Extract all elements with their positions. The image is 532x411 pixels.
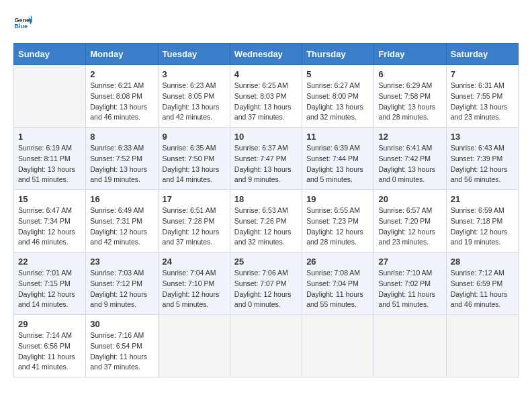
day-number: 24 bbox=[163, 257, 226, 267]
day-info: Sunrise: 7:08 AMSunset: 7:04 PMDaylight:… bbox=[306, 268, 369, 310]
day-info: Sunrise: 6:23 AMSunset: 8:05 PMDaylight:… bbox=[163, 81, 226, 123]
calendar-cell-w3-d2: 24Sunrise: 7:04 AMSunset: 7:10 PMDayligh… bbox=[158, 253, 230, 315]
day-number: 8 bbox=[90, 132, 153, 142]
day-number: 2 bbox=[90, 69, 153, 79]
day-info: Sunrise: 6:41 AMSunset: 7:42 PMDaylight:… bbox=[378, 143, 441, 185]
day-info: Sunrise: 6:53 AMSunset: 7:26 PMDaylight:… bbox=[234, 205, 298, 248]
day-number: 4 bbox=[234, 69, 298, 79]
day-info: Sunrise: 7:06 AMSunset: 7:07 PMDaylight:… bbox=[234, 268, 298, 310]
day-number: 22 bbox=[18, 257, 81, 267]
calendar-cell-w0-d5: 6Sunrise: 6:29 AMSunset: 7:58 PMDaylight… bbox=[374, 65, 446, 128]
day-number: 20 bbox=[378, 194, 441, 204]
day-info: Sunrise: 7:04 AMSunset: 7:10 PMDaylight:… bbox=[163, 268, 226, 310]
day-info: Sunrise: 6:39 AMSunset: 7:44 PMDaylight:… bbox=[306, 143, 369, 185]
day-number: 13 bbox=[451, 132, 514, 142]
day-number: 23 bbox=[90, 257, 153, 267]
day-info: Sunrise: 6:31 AMSunset: 7:55 PMDaylight:… bbox=[451, 81, 514, 123]
day-number: 1 bbox=[18, 132, 81, 142]
day-info: Sunrise: 7:10 AMSunset: 7:02 PMDaylight:… bbox=[378, 268, 441, 310]
logo-icon: General Blue bbox=[13, 13, 32, 32]
day-info: Sunrise: 6:33 AMSunset: 7:52 PMDaylight:… bbox=[90, 143, 153, 185]
day-number: 30 bbox=[90, 319, 153, 329]
day-info: Sunrise: 7:03 AMSunset: 7:12 PMDaylight:… bbox=[90, 268, 153, 310]
calendar-week-2: 15Sunrise: 6:47 AMSunset: 7:34 PMDayligh… bbox=[14, 190, 519, 253]
day-number: 9 bbox=[163, 132, 226, 142]
calendar-cell-w3-d5: 27Sunrise: 7:10 AMSunset: 7:02 PMDayligh… bbox=[374, 253, 446, 315]
calendar-cell-w1-d1: 8Sunrise: 6:33 AMSunset: 7:52 PMDaylight… bbox=[86, 128, 158, 190]
day-number: 25 bbox=[234, 257, 298, 267]
day-number: 5 bbox=[306, 69, 369, 79]
svg-text:Blue: Blue bbox=[14, 23, 28, 30]
day-number: 11 bbox=[306, 132, 369, 142]
day-info: Sunrise: 6:49 AMSunset: 7:31 PMDaylight:… bbox=[90, 205, 153, 248]
day-info: Sunrise: 7:01 AMSunset: 7:15 PMDaylight:… bbox=[18, 268, 81, 310]
calendar-week-0: 2Sunrise: 6:21 AMSunset: 8:08 PMDaylight… bbox=[14, 65, 519, 128]
calendar-week-1: 1Sunrise: 6:19 AMSunset: 8:11 PMDaylight… bbox=[14, 128, 519, 190]
calendar-cell-w3-d6: 28Sunrise: 7:12 AMSunset: 6:59 PMDayligh… bbox=[446, 253, 518, 315]
calendar-cell-w3-d4: 26Sunrise: 7:08 AMSunset: 7:04 PMDayligh… bbox=[302, 253, 374, 315]
day-number: 17 bbox=[163, 194, 226, 204]
calendar-cell-w0-d0 bbox=[14, 65, 86, 128]
calendar-cell-w4-d2 bbox=[158, 315, 230, 377]
calendar-cell-w2-d2: 17Sunrise: 6:51 AMSunset: 7:28 PMDayligh… bbox=[158, 190, 230, 253]
calendar-cell-w3-d0: 22Sunrise: 7:01 AMSunset: 7:15 PMDayligh… bbox=[14, 253, 86, 315]
calendar-cell-w1-d6: 13Sunrise: 6:43 AMSunset: 7:39 PMDayligh… bbox=[446, 128, 518, 190]
day-number: 27 bbox=[378, 257, 441, 267]
day-number: 19 bbox=[306, 194, 369, 204]
calendar-cell-w0-d3: 4Sunrise: 6:25 AMSunset: 8:03 PMDaylight… bbox=[230, 65, 302, 128]
header-monday: Monday bbox=[86, 44, 158, 65]
calendar-cell-w3-d1: 23Sunrise: 7:03 AMSunset: 7:12 PMDayligh… bbox=[86, 253, 158, 315]
calendar-cell-w1-d3: 10Sunrise: 6:37 AMSunset: 7:47 PMDayligh… bbox=[230, 128, 302, 190]
calendar-cell-w4-d3 bbox=[230, 315, 302, 377]
calendar-week-3: 22Sunrise: 7:01 AMSunset: 7:15 PMDayligh… bbox=[14, 253, 519, 315]
calendar-cell-w4-d0: 29Sunrise: 7:14 AMSunset: 6:56 PMDayligh… bbox=[14, 315, 86, 377]
calendar-cell-w4-d5 bbox=[374, 315, 446, 377]
header-friday: Friday bbox=[374, 44, 446, 65]
day-info: Sunrise: 6:29 AMSunset: 7:58 PMDaylight:… bbox=[378, 81, 441, 123]
day-info: Sunrise: 6:25 AMSunset: 8:03 PMDaylight:… bbox=[234, 81, 298, 123]
calendar-week-4: 29Sunrise: 7:14 AMSunset: 6:56 PMDayligh… bbox=[14, 315, 519, 377]
calendar-cell-w2-d4: 19Sunrise: 6:55 AMSunset: 7:23 PMDayligh… bbox=[302, 190, 374, 253]
day-number: 12 bbox=[378, 132, 441, 142]
day-info: Sunrise: 6:51 AMSunset: 7:28 PMDaylight:… bbox=[163, 205, 226, 248]
calendar-cell-w0-d1: 2Sunrise: 6:21 AMSunset: 8:08 PMDaylight… bbox=[86, 65, 158, 128]
day-info: Sunrise: 6:35 AMSunset: 7:50 PMDaylight:… bbox=[163, 143, 226, 185]
day-number: 15 bbox=[18, 194, 81, 204]
day-number: 29 bbox=[18, 319, 81, 329]
day-info: Sunrise: 6:57 AMSunset: 7:20 PMDaylight:… bbox=[378, 205, 441, 248]
calendar-cell-w0-d6: 7Sunrise: 6:31 AMSunset: 7:55 PMDaylight… bbox=[446, 65, 518, 128]
day-info: Sunrise: 6:19 AMSunset: 8:11 PMDaylight:… bbox=[18, 143, 81, 185]
day-info: Sunrise: 6:47 AMSunset: 7:34 PMDaylight:… bbox=[18, 205, 81, 248]
day-number: 21 bbox=[451, 194, 514, 204]
header-row: SundayMondayTuesdayWednesdayThursdayFrid… bbox=[14, 44, 519, 65]
calendar-cell-w3-d3: 25Sunrise: 7:06 AMSunset: 7:07 PMDayligh… bbox=[230, 253, 302, 315]
calendar-cell-w4-d4 bbox=[302, 315, 374, 377]
day-number: 16 bbox=[90, 194, 153, 204]
calendar-cell-w1-d2: 9Sunrise: 6:35 AMSunset: 7:50 PMDaylight… bbox=[158, 128, 230, 190]
calendar-table: SundayMondayTuesdayWednesdayThursdayFrid… bbox=[13, 43, 519, 377]
day-number: 3 bbox=[163, 69, 226, 79]
day-info: Sunrise: 6:37 AMSunset: 7:47 PMDaylight:… bbox=[234, 143, 298, 185]
logo: General Blue bbox=[13, 13, 35, 32]
day-info: Sunrise: 7:16 AMSunset: 6:54 PMDaylight:… bbox=[90, 330, 153, 373]
header-saturday: Saturday bbox=[446, 44, 518, 65]
day-info: Sunrise: 6:55 AMSunset: 7:23 PMDaylight:… bbox=[306, 205, 369, 248]
calendar-cell-w2-d1: 16Sunrise: 6:49 AMSunset: 7:31 PMDayligh… bbox=[86, 190, 158, 253]
calendar-cell-w2-d5: 20Sunrise: 6:57 AMSunset: 7:20 PMDayligh… bbox=[374, 190, 446, 253]
calendar-cell-w0-d4: 5Sunrise: 6:27 AMSunset: 8:00 PMDaylight… bbox=[302, 65, 374, 128]
day-number: 6 bbox=[378, 69, 441, 79]
calendar-cell-w2-d0: 15Sunrise: 6:47 AMSunset: 7:34 PMDayligh… bbox=[14, 190, 86, 253]
day-info: Sunrise: 7:12 AMSunset: 6:59 PMDaylight:… bbox=[451, 268, 514, 310]
calendar-cell-w1-d5: 12Sunrise: 6:41 AMSunset: 7:42 PMDayligh… bbox=[374, 128, 446, 190]
day-number: 28 bbox=[451, 257, 514, 267]
day-info: Sunrise: 6:59 AMSunset: 7:18 PMDaylight:… bbox=[451, 205, 514, 248]
calendar-cell-w1-d4: 11Sunrise: 6:39 AMSunset: 7:44 PMDayligh… bbox=[302, 128, 374, 190]
calendar-cell-w2-d6: 21Sunrise: 6:59 AMSunset: 7:18 PMDayligh… bbox=[446, 190, 518, 253]
day-info: Sunrise: 6:21 AMSunset: 8:08 PMDaylight:… bbox=[90, 81, 153, 123]
day-number: 7 bbox=[451, 69, 514, 79]
header-wednesday: Wednesday bbox=[230, 44, 302, 65]
page-header: General Blue bbox=[13, 13, 519, 32]
day-number: 18 bbox=[234, 194, 298, 204]
header-sunday: Sunday bbox=[14, 44, 86, 65]
calendar-cell-w0-d2: 3Sunrise: 6:23 AMSunset: 8:05 PMDaylight… bbox=[158, 65, 230, 128]
